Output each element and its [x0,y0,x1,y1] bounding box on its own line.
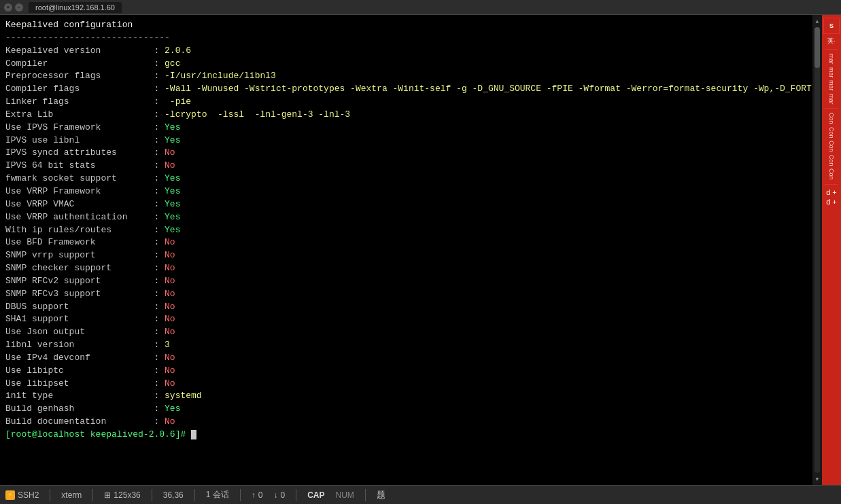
ime-plus-1[interactable]: d + [826,188,837,196]
num-badge: NUM [336,490,354,500]
status-sessions: 1 会话 [206,489,229,501]
terminal-line: Use libipset : No [5,378,836,391]
title-hint: 题 [377,489,385,501]
terminal-line: DBUS support : No [5,301,836,314]
nav-down-count: 0 [280,490,285,500]
terminal-line: Compiler : gcc [5,58,836,71]
main-container: Keepalived configuration----------------… [0,15,841,485]
ime-item-4: mar [828,94,835,105]
ime-logo-s: S [829,22,834,29]
terminal-line: Use BFD Framework : No [5,236,836,249]
terminal-tab[interactable]: root@linux192.168.1.60 [29,2,122,13]
ime-item-6: Con [828,127,835,139]
ime-sidebar: S 英· mar mar mar mar Con Con Con Con Con… [822,15,841,485]
ssh-icon: ⚡ [5,490,15,500]
terminal-line: SNMP RFCv2 support : No [5,275,836,288]
ime-plus-2[interactable]: d + [826,198,837,206]
separator-2 [92,489,93,501]
titlebar: × − root@linux192.168.1.60 [0,0,841,15]
terminal-line: [root@localhost keepalived-2.0.6]# [5,429,836,442]
separator-6 [296,489,296,501]
sessions-label: 1 会话 [206,489,229,501]
terminal-line: Use VRRP authentication : Yes [5,211,836,224]
status-nav-arrows: ↑ 0 [252,490,263,500]
close-button[interactable]: × [4,3,12,12]
terminal-line: Extra Lib : -lcrypto -lssl -lnl-genl-3 -… [5,109,836,122]
ime-separator-2 [825,108,838,109]
scroll-track [814,27,820,473]
scroll-down-arrow[interactable]: ▼ [812,474,822,484]
status-position: 36,36 [163,490,184,500]
scroll-thumb[interactable] [814,27,820,68]
terminal-line: Keepalived configuration [5,19,836,32]
statusbar: ⚡ SSH2 xterm ⊞ 125x36 36,36 1 会话 ↑ 0 ↓ 0… [0,485,841,504]
terminal-line: fwmark socket support : Yes [5,173,836,185]
separator-5 [240,489,241,501]
nav-up-icon[interactable]: ↑ [252,490,256,500]
terminal-line: Keepalived version : 2.0.6 [5,45,836,58]
terminal-line: ------------------------------- [5,32,836,45]
terminal-line: Build documentation : No [5,416,836,429]
terminal-line: Linker flags : -pie [5,96,836,109]
terminal-line: IPVS 64 bit stats : No [5,160,836,173]
terminal-line: Use libiptc : No [5,365,836,378]
terminal-line: IPVS syncd attributes : No [5,147,836,160]
separator-1 [50,489,50,501]
ime-item-5: Con [828,113,835,124]
terminal-line: With ip rules/routes : Yes [5,224,836,237]
window-controls[interactable]: × − [4,3,23,12]
scroll-up-arrow[interactable]: ▲ [812,16,822,26]
cap-badge: CAP [307,490,324,500]
terminal-line: Use VRRP Framework : Yes [5,185,836,198]
terminal-type-label: xterm [61,490,82,500]
terminal-line: SNMP RFCv3 support : No [5,288,836,301]
ime-item-7: Con [828,141,835,152]
size-label: 125x36 [114,490,140,500]
separator-7 [365,489,366,501]
terminal-line: SNMP vrrp support : No [5,249,836,262]
terminal-line: Compiler flags : -Wall -Wunused -Wstrict… [5,83,836,96]
terminal-line: SHA1 support : No [5,313,836,326]
ime-item-8: Con [828,155,835,166]
scrollbar[interactable]: ▲ ▼ [812,15,822,485]
minimize-button[interactable]: − [15,3,23,12]
protocol-label: SSH2 [18,490,39,500]
status-terminal: xterm [61,490,82,500]
terminal-line: Use VRRP VMAC : Yes [5,198,836,211]
terminal-line: Use IPv4 devconf : No [5,352,836,365]
terminal-output[interactable]: Keepalived configuration----------------… [0,15,841,485]
status-nav-down: ↓ 0 [273,490,285,500]
ime-item-1: mar [828,54,835,65]
terminal-line: IPVS use libnl : Yes [5,134,836,147]
position-label: 36,36 [163,490,184,500]
separator-3 [152,489,152,501]
ime-item-3: mar [828,80,835,91]
ime-logo[interactable]: S [823,18,840,34]
ime-item-9: Con [828,168,835,180]
ime-mode[interactable]: 英· [827,37,836,46]
terminal-line: Preprocessor flags : -I/usr/include/libn… [5,70,836,83]
nav-up-count: 0 [258,490,263,500]
status-ssh: ⚡ SSH2 [5,490,39,500]
size-icon: ⊞ [104,490,111,500]
terminal-line: SNMP checker support : No [5,262,836,275]
terminal-line: Use IPVS Framework : Yes [5,122,836,134]
ime-separator-1 [825,49,838,50]
separator-4 [194,489,195,501]
terminal-line: init type : systemd [5,390,836,403]
ime-separator-3 [825,184,838,185]
nav-down-icon[interactable]: ↓ [273,490,277,500]
terminal-line: Build genhash : Yes [5,403,836,416]
terminal-line: Use Json output : No [5,326,836,339]
status-size: ⊞ 125x36 [104,490,140,500]
terminal-line: libnl version : 3 [5,339,836,352]
ime-item-2: mar [828,67,835,78]
